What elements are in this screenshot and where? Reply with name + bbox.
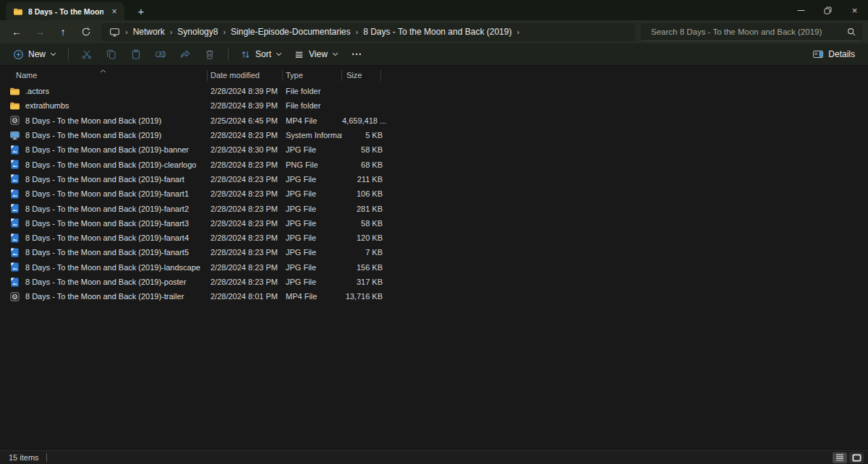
file-row[interactable]: 8 Days - To the Moon and Back (2019)-tra… bbox=[0, 289, 868, 304]
rename-button[interactable] bbox=[148, 46, 173, 63]
file-row[interactable]: 8 Days - To the Moon and Back (2019)-fan… bbox=[0, 201, 868, 215]
trash-icon bbox=[204, 48, 216, 60]
details-pane-button[interactable]: Details bbox=[807, 46, 861, 63]
search-input[interactable] bbox=[650, 27, 846, 37]
image-file-icon bbox=[9, 262, 20, 272]
column-header-type[interactable]: Type bbox=[283, 70, 342, 81]
thumbnail-view-toggle[interactable] bbox=[849, 452, 864, 463]
this-pc-icon[interactable] bbox=[107, 27, 122, 38]
cut-button[interactable] bbox=[75, 46, 99, 63]
sort-button[interactable]: Sort bbox=[234, 46, 288, 63]
tab-close-button[interactable]: × bbox=[109, 5, 120, 18]
breadcrumb-chevron-icon: › bbox=[515, 27, 521, 36]
up-button[interactable]: ↑ bbox=[52, 22, 74, 41]
file-row[interactable]: .actors 2/28/2024 8:39 PM File folder bbox=[0, 84, 868, 98]
file-row[interactable]: extrathumbs 2/28/2024 8:39 PM File folde… bbox=[0, 98, 868, 113]
file-name: 8 Days - To the Moon and Back (2019)-ban… bbox=[25, 145, 189, 154]
file-row[interactable]: 8 Days - To the Moon and Back (2019)-cle… bbox=[0, 157, 868, 171]
back-button[interactable]: ← bbox=[6, 22, 27, 41]
items-count: 15 items bbox=[9, 453, 39, 462]
file-date-modified: 2/28/2024 8:23 PM bbox=[208, 160, 283, 169]
new-button[interactable]: New bbox=[7, 46, 62, 63]
details-view-icon bbox=[835, 454, 844, 461]
view-button[interactable]: View bbox=[288, 46, 344, 63]
refresh-button[interactable] bbox=[75, 22, 97, 41]
file-size: 68 KB bbox=[342, 160, 384, 169]
breadcrumb-item[interactable]: 8 Days - To the Moon and Back (2019) bbox=[359, 25, 515, 38]
file-name: 8 Days - To the Moon and Back (2019)-pos… bbox=[25, 278, 186, 286]
maximize-button[interactable] bbox=[814, 0, 841, 20]
breadcrumb-item[interactable]: Network bbox=[129, 25, 169, 38]
file-size: 281 KB bbox=[342, 205, 384, 213]
file-name: 8 Days - To the Moon and Back (2019)-fan… bbox=[25, 175, 184, 184]
breadcrumb-items: ›Network›Synology8›Single-Episode-Docume… bbox=[124, 25, 521, 38]
chevron-down-icon bbox=[50, 52, 56, 56]
file-type: JPG File bbox=[283, 219, 342, 228]
file-row[interactable]: 8 Days - To the Moon and Back (2019)-fan… bbox=[0, 231, 868, 245]
breadcrumb-chevron-icon: › bbox=[221, 27, 227, 36]
file-type: MP4 File bbox=[283, 116, 342, 125]
details-view-toggle[interactable] bbox=[833, 452, 847, 463]
image-file-icon bbox=[9, 145, 20, 155]
share-button[interactable] bbox=[173, 46, 197, 63]
column-header-size[interactable]: Size bbox=[342, 70, 381, 81]
more-options-button[interactable] bbox=[344, 46, 369, 63]
file-date-modified: 2/28/2024 8:39 PM bbox=[208, 101, 283, 110]
media-file-icon bbox=[9, 115, 20, 126]
forward-button[interactable]: → bbox=[29, 22, 51, 41]
file-size: 58 KB bbox=[342, 219, 384, 228]
file-row[interactable]: 8 Days - To the Moon and Back (2019)-pos… bbox=[0, 275, 868, 289]
column-header-date-modified[interactable]: Date modified bbox=[208, 70, 283, 81]
file-type: PNG File bbox=[283, 160, 342, 169]
file-type: JPG File bbox=[283, 263, 342, 272]
copy-button[interactable] bbox=[99, 46, 124, 63]
folder-file-icon bbox=[9, 86, 20, 97]
file-name: 8 Days - To the Moon and Back (2019)-fan… bbox=[25, 233, 189, 242]
breadcrumb-chevron-icon: › bbox=[169, 27, 174, 36]
file-row[interactable]: 8 Days - To the Moon and Back (2019) 2/2… bbox=[0, 128, 868, 142]
paste-icon bbox=[130, 48, 142, 60]
file-row[interactable]: 8 Days - To the Moon and Back (2019)-fan… bbox=[0, 216, 868, 231]
close-button[interactable]: × bbox=[841, 0, 868, 20]
file-size: 5 KB bbox=[342, 131, 384, 139]
file-type: System Informatio... bbox=[283, 131, 342, 139]
file-name: extrathumbs bbox=[25, 101, 69, 110]
file-date-modified: 2/25/2024 6:45 PM bbox=[208, 116, 283, 125]
breadcrumb-item[interactable]: Single-Episode-Documentaries bbox=[227, 25, 354, 38]
folder-file-icon bbox=[9, 100, 20, 111]
new-tab-button[interactable]: + bbox=[132, 3, 150, 19]
file-size: 58 KB bbox=[342, 145, 384, 154]
breadcrumb-item[interactable]: Synology8 bbox=[174, 25, 221, 38]
rename-icon bbox=[155, 48, 166, 60]
file-type: File folder bbox=[283, 87, 342, 95]
copy-icon bbox=[106, 48, 117, 60]
file-date-modified: 2/28/2024 8:39 PM bbox=[208, 87, 283, 95]
new-button-label: New bbox=[28, 49, 46, 59]
sort-arrows-icon bbox=[240, 49, 251, 60]
paste-button[interactable] bbox=[124, 46, 148, 63]
file-row[interactable]: 8 Days - To the Moon and Back (2019) 2/2… bbox=[0, 113, 868, 128]
file-row[interactable]: 8 Days - To the Moon and Back (2019)-fan… bbox=[0, 245, 868, 259]
details-button-label: Details bbox=[828, 49, 855, 59]
file-row[interactable]: 8 Days - To the Moon and Back (2019)-fan… bbox=[0, 172, 868, 186]
image-file-icon bbox=[9, 203, 20, 214]
file-name: 8 Days - To the Moon and Back (2019) bbox=[25, 116, 161, 125]
navigation-bar: ← → ↑ ›Network›Synology8›Single-Episode-… bbox=[0, 20, 868, 43]
explorer-tab[interactable]: 8 Days - To the Moon and Bac × bbox=[6, 2, 124, 20]
view-list-icon bbox=[294, 49, 305, 60]
file-row[interactable]: 8 Days - To the Moon and Back (2019)-lan… bbox=[0, 260, 868, 275]
file-name: 8 Days - To the Moon and Back (2019)-fan… bbox=[25, 189, 189, 198]
file-row[interactable]: 8 Days - To the Moon and Back (2019)-fan… bbox=[0, 186, 868, 201]
file-date-modified: 2/28/2024 8:23 PM bbox=[208, 248, 283, 257]
chevron-down-icon bbox=[332, 52, 339, 56]
file-size: 120 KB bbox=[342, 233, 384, 242]
delete-button[interactable] bbox=[197, 46, 222, 63]
file-size: 211 KB bbox=[342, 175, 384, 184]
image-file-icon bbox=[9, 233, 20, 244]
file-size: 4,659,418 ... bbox=[342, 116, 388, 125]
file-name: 8 Days - To the Moon and Back (2019)-fan… bbox=[25, 248, 189, 257]
file-row[interactable]: 8 Days - To the Moon and Back (2019)-ban… bbox=[0, 142, 868, 157]
search-icon[interactable] bbox=[846, 27, 856, 37]
file-type: MP4 File bbox=[283, 292, 342, 301]
minimize-button[interactable] bbox=[788, 0, 814, 20]
